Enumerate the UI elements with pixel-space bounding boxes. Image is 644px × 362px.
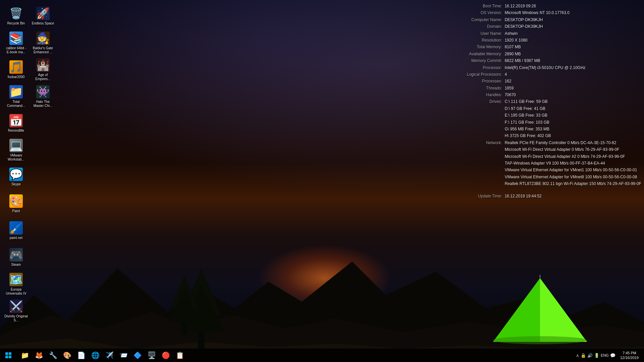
icon-label-endless-space: Endless Space xyxy=(32,21,54,25)
icon-image-baldurs-gate: 🧙 xyxy=(36,32,50,45)
svg-marker-10 xyxy=(493,278,540,342)
icon-label-total-commander: Total Command... xyxy=(4,100,28,108)
processes-label: Processes: xyxy=(445,78,502,84)
icon-label-remindme: RemindMe xyxy=(8,129,24,133)
processor-value: Intel(R) Core(TM) i3-5010U CPU @ 2.10GHz xyxy=(505,64,586,71)
desktop-icon-total-commander[interactable]: 📁 Total Command... xyxy=(3,83,30,110)
available-memory-value: 2890 MB xyxy=(505,51,521,57)
desktop-icon-paintnet[interactable]: 🖌️ paint.net xyxy=(3,217,30,244)
tent xyxy=(486,275,594,349)
tray-language[interactable]: ENG xyxy=(601,353,609,357)
desktop-icon-endless-space[interactable]: 🚀 Endless Space xyxy=(30,3,56,29)
available-memory-label: Available Memory: xyxy=(445,51,502,57)
tree-silhouettes xyxy=(168,265,235,349)
clock[interactable]: 7:45 PM 12/16/2019 xyxy=(618,351,641,360)
taskbar-file-explorer[interactable]: 📁 xyxy=(18,349,32,362)
taskbar-telegram[interactable]: ✈️ xyxy=(103,349,116,362)
icon-image-calibre: 📚 xyxy=(9,32,23,45)
desktop-icon-europa-universalis[interactable]: 🗺️ Europa Universalis IV xyxy=(3,271,30,298)
handles-value: 70670 xyxy=(505,92,516,98)
taskbar-mail[interactable]: 📨 xyxy=(117,349,130,362)
desktop-icon-calibre[interactable]: 📚 calibre 64bit - E-book ma... xyxy=(3,29,30,56)
icon-label-europa-universalis: Europa Universalis IV xyxy=(4,288,28,296)
taskbar-paint[interactable]: 🎨 xyxy=(60,349,74,362)
resolution-label: Resolution: xyxy=(445,37,502,44)
desktop-icon-divinity-original[interactable]: ⚔️ Divinity Original S... xyxy=(3,298,30,324)
drive-entry: E:\ 195 GB Free: 33 GB xyxy=(505,112,551,119)
system-info-panel: Boot Time: 16.12.2019 09:26 OS Version: … xyxy=(445,3,641,199)
os-version-value: Microsoft Windows NT 10.0.17763.0 xyxy=(505,9,570,16)
icon-image-paint: 🎨 xyxy=(9,194,23,208)
user-name-value: Ashwin xyxy=(505,30,518,37)
clock-date: 12/16/2019 xyxy=(620,355,639,360)
tray-battery[interactable]: 🔋 xyxy=(594,353,599,358)
network-entry: TAP-Windows Adapter V9 100 Mb/s 00-FF-37… xyxy=(505,160,641,167)
clock-time: 7:45 PM xyxy=(623,351,636,355)
desktop-icon-baldurs-gate[interactable]: 🧙 Baldur's Gate Enhanced ... xyxy=(30,29,56,56)
icon-label-halo: Halo The Master Chi... xyxy=(31,100,55,108)
taskbar-red-app[interactable]: 🔴 xyxy=(159,349,172,362)
desktop-icon-halo[interactable]: 👾 Halo The Master Chi... xyxy=(30,83,56,110)
network-label: Network: xyxy=(445,139,502,187)
icon-label-foobar2000: foobar2000 xyxy=(8,75,25,79)
icon-image-paintnet: 🖌️ xyxy=(9,221,23,235)
desktop-icon-skype[interactable]: 💬 Skype xyxy=(3,164,30,190)
network-entry: Realtek PCIe FE Family Controller 0 Mb/s… xyxy=(505,139,641,146)
logical-processors-label: Logical Processors: xyxy=(445,71,502,78)
desktop-icon-foobar2000[interactable]: 🎵 foobar2000 xyxy=(3,56,30,83)
desktop-icon-remindme[interactable]: 📅 RemindMe xyxy=(3,110,30,137)
svg-rect-5 xyxy=(198,332,205,349)
tray-chevron[interactable]: ∧ xyxy=(576,353,579,358)
windows-logo-icon xyxy=(5,352,11,358)
taskbar-screen[interactable]: 🖥️ xyxy=(145,349,158,362)
total-memory-label: Total Memory: xyxy=(445,44,502,50)
user-name-label: User Name: xyxy=(445,30,502,37)
tray-network[interactable]: 🔒 xyxy=(581,353,586,358)
taskbar-edge[interactable]: 🌐 xyxy=(89,349,102,362)
computer-name-value: DESKTOP-DK39KJH xyxy=(505,16,543,23)
update-time-value: 16.12.2019 19:44:52 xyxy=(505,193,542,199)
icon-image-divinity-original: ⚔️ xyxy=(9,300,23,313)
desktop-icon-steam[interactable]: 🎮 Steam xyxy=(3,244,30,271)
icon-label-skype: Skype xyxy=(11,182,21,186)
domain-label: Domain: xyxy=(445,23,502,30)
desktop-icon-paint[interactable]: 🎨 Paint xyxy=(3,190,30,217)
memory-commit-label: Memory Commit: xyxy=(445,57,502,64)
threads-value: 1859 xyxy=(505,85,514,92)
computer-name-label: Computer Name: xyxy=(445,16,502,23)
drive-entry: D:\ 97 GB Free: 41 GB xyxy=(505,105,551,112)
boot-time-value: 16.12.2019 09:26 xyxy=(505,3,536,9)
drive-entry: H\ 3725 GB Free: 402 GB xyxy=(505,132,551,139)
start-button[interactable] xyxy=(0,349,17,362)
update-time-label: Update Time: xyxy=(445,193,502,199)
icon-image-halo: 👾 xyxy=(36,85,50,99)
desktop-icon-age-of-empires[interactable]: 🏰 Age of Empires... xyxy=(30,56,56,83)
icon-image-skype: 💬 xyxy=(9,168,23,181)
resolution-value: 1920 X 1080 xyxy=(505,37,528,44)
tray-notifications[interactable]: 💬 xyxy=(610,353,615,358)
network-entry: Microsoft Wi-Fi Direct Virtual Adapter #… xyxy=(505,153,641,160)
icon-image-vmware: 💻 xyxy=(9,139,23,152)
icon-label-calibre: calibre 64bit - E-book ma... xyxy=(4,46,28,54)
icon-image-recycle-bin: 🗑️ xyxy=(9,7,23,20)
handles-label: Handles: xyxy=(445,92,502,98)
taskbar-tools[interactable]: 🔧 xyxy=(46,349,60,362)
taskbar-clipboard[interactable]: 📋 xyxy=(173,349,186,362)
icon-label-age-of-empires: Age of Empires... xyxy=(31,73,55,81)
network-entry: VMware Virtual Ethernet Adapter for VMne… xyxy=(505,167,641,173)
taskbar-word[interactable]: 📄 xyxy=(74,349,88,362)
desktop-icon-vmware[interactable]: 💻 VMware Workstati... xyxy=(3,137,30,164)
desktop-icon-recycle-bin[interactable]: 🗑️ Recycle Bin xyxy=(3,3,30,29)
taskbar-browser[interactable]: 🔷 xyxy=(131,349,144,362)
system-tray: ∧ 🔒 🔊 🔋 ENG 💬 xyxy=(576,353,615,358)
network-entry: VMware Virtual Ethernet Adapter for VMne… xyxy=(505,174,641,180)
svg-marker-11 xyxy=(540,278,587,342)
drive-entry: C:\ 111 GB Free: 59 GB xyxy=(505,98,551,105)
taskbar-right: ∧ 🔒 🔊 🔋 ENG 💬 7:45 PM 12/16/2019 xyxy=(576,351,644,360)
icon-image-foobar2000: 🎵 xyxy=(9,60,23,74)
icon-label-divinity-original: Divinity Original S... xyxy=(4,314,28,322)
icon-image-total-commander: 📁 xyxy=(9,85,23,99)
taskbar-firefox[interactable]: 🦊 xyxy=(32,349,46,362)
tray-speakers[interactable]: 🔊 xyxy=(587,353,593,358)
desktop-icons: 🗑️ Recycle Bin 📚 calibre 64bit - E-book … xyxy=(0,0,59,349)
